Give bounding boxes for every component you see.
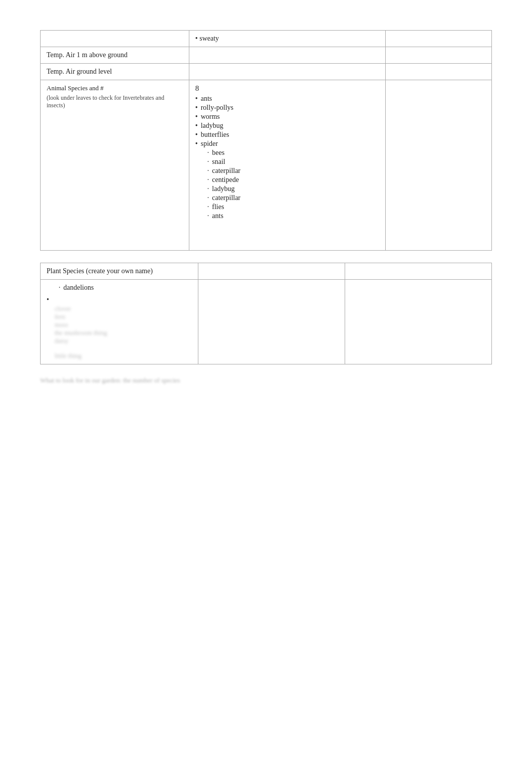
temp-1m-data <box>189 47 385 64</box>
main-observation-table: • sweaty Temp. Air 1 m above ground Temp… <box>40 30 492 251</box>
plant-blurred-items: clover fern moss the mushroom thing dais… <box>47 305 192 360</box>
blurred-line-4: the mushroom thing <box>55 329 192 337</box>
temp-ground-extra <box>385 64 491 80</box>
plant-header-row: Plant Species (create your own name) <box>41 263 492 280</box>
animal-label-sub-text: (look under leaves to check for Inverteb… <box>47 94 183 109</box>
animal-count: 8 <box>195 84 379 93</box>
plant-dandelions-col2 <box>198 280 345 364</box>
plant-dandelion-item: dandelions <box>47 284 192 292</box>
sweaty-row: • sweaty <box>41 31 492 47</box>
animal-bullet-rolly-pollys: rolly-pollys <box>195 104 379 112</box>
plant-dandelions-col3 <box>345 280 492 364</box>
blurred-line-2: fern <box>55 313 192 321</box>
animal-sub-ants: ants <box>195 212 379 220</box>
temp-ground-data <box>189 64 385 80</box>
animal-sub-ladybug: ladybug <box>195 185 379 193</box>
animal-bullet-butterflies: butterflies <box>195 131 379 139</box>
animal-row: Animal Species and # (look under leaves … <box>41 80 492 251</box>
temp-1m-label: Temp. Air 1 m above ground <box>41 47 189 64</box>
blurred-line-1: clover <box>55 305 192 313</box>
animal-bullet-worms: worms <box>195 113 379 121</box>
temp-1m-row: Temp. Air 1 m above ground <box>41 47 492 64</box>
sweaty-text: • sweaty <box>195 35 219 42</box>
animal-sub-snail: snail <box>195 158 379 166</box>
plant-dandelions-row: dandelions • clover fern moss the mushro… <box>41 280 492 364</box>
blurred-spacer <box>55 345 192 352</box>
sweaty-data-cell: • sweaty <box>189 31 385 47</box>
blurred-line-6: little thing <box>55 352 192 360</box>
animal-label-cell: Animal Species and # (look under leaves … <box>41 80 189 251</box>
plant-bullet-start: • <box>47 296 192 304</box>
blurred-line-5: daisy <box>55 337 192 345</box>
temp-ground-row: Temp. Air ground level <box>41 64 492 80</box>
plant-header-text: Plant Species (create your own name) <box>47 267 153 275</box>
plant-header-col3 <box>345 263 492 280</box>
animal-sub-bees: bees <box>195 149 379 157</box>
animal-sub-flies: flies <box>195 203 379 211</box>
blurred-line-3: moss <box>55 321 192 329</box>
temp-1m-extra <box>385 47 491 64</box>
animal-sub-caterpillar1: caterpillar <box>195 167 379 175</box>
plant-table: Plant Species (create your own name) dan… <box>40 263 492 364</box>
animal-bullet-ladybug: ladybug <box>195 122 379 130</box>
plant-header-label: Plant Species (create your own name) <box>41 263 198 280</box>
plant-dandelions-label: dandelions • clover fern moss the mushro… <box>41 280 198 364</box>
animal-sub-caterpillar2: caterpillar <box>195 194 379 202</box>
animal-sub-centipede: centipede <box>195 176 379 184</box>
animal-extra-cell <box>385 80 491 251</box>
animal-data-cell: 8 ants rolly-pollys worms ladybug butter… <box>189 80 385 251</box>
animal-bullet-spider: spider <box>195 140 379 148</box>
sweaty-label-cell <box>41 31 189 47</box>
sweaty-extra-cell <box>385 31 491 47</box>
animal-bullet-ants: ants <box>195 95 379 103</box>
plant-header-col2 <box>198 263 345 280</box>
footer-text: What to look for in our garden: the numb… <box>40 376 492 384</box>
animal-label-text: Animal Species and # <box>47 84 183 92</box>
temp-ground-label: Temp. Air ground level <box>41 64 189 80</box>
